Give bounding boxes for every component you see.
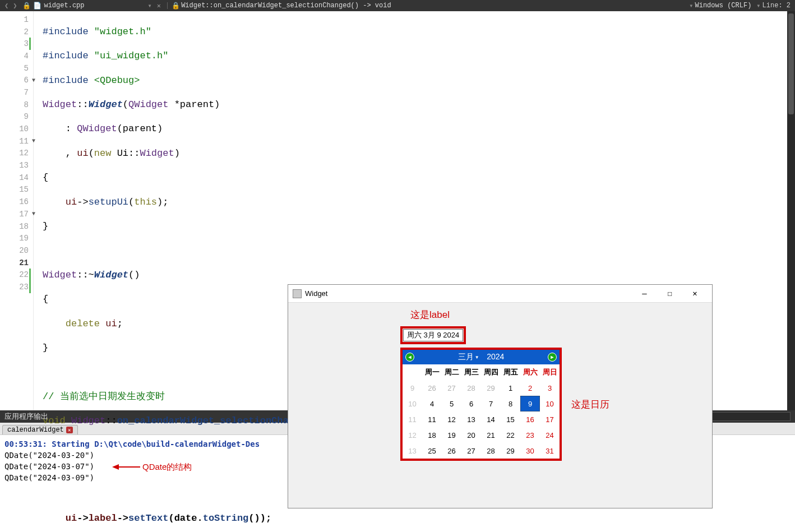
calendar-day[interactable]: 3 [540,380,560,396]
function-selector[interactable]: Widget::on_calendarWidget_selectionChang… [181,2,391,10]
calendar-day[interactable]: 11 [422,411,442,427]
calendar-grid: 周一 周二 周三 周四 周五 周六 周日 9262728291231045678… [403,364,560,459]
calendar-day[interactable]: 17 [540,411,560,427]
encoding-selector[interactable]: Windows (CRLF) [695,2,752,10]
next-month-button[interactable]: ► [545,353,560,362]
close-button[interactable]: ✕ [682,285,708,302]
date-label: 周六 3月 9 2024 [403,329,463,341]
calendar-day[interactable]: 4 [422,396,442,411]
lock-icon: 🔒 [22,2,31,10]
calendar-day[interactable]: 28 [481,443,501,459]
calendar-day[interactable]: 27 [461,443,481,459]
window-body: 这是label 周六 3月 9 2024 ◄ 三月▼ 2024 ► 周一 周二 … [288,303,712,508]
chevron-down-icon: ▼ [475,355,479,360]
chevron-down-icon[interactable]: ▾ [146,2,153,10]
scrollbar[interactable] [787,11,795,410]
calendar-day[interactable]: 5 [442,396,461,411]
calendar-day[interactable]: 15 [501,411,520,427]
calendar-day[interactable]: 16 [520,411,540,427]
calendar-day[interactable]: 28 [461,380,481,396]
week-number-header [403,364,422,380]
calendar-day[interactable]: 10 [540,396,560,411]
line-indicator[interactable]: Line: 2 [762,2,791,10]
label-highlight: 周六 3月 9 2024 [400,326,466,344]
week-number: 12 [403,427,422,443]
calendar-day[interactable]: 19 [442,427,461,443]
week-number: 13 [403,443,422,459]
calendar-day[interactable]: 26 [442,443,461,459]
calendar-year[interactable]: 2024 [487,352,504,361]
calendar-day[interactable]: 12 [442,411,461,427]
week-number: 10 [403,396,422,411]
fold-icon[interactable]: ▼ [32,211,35,217]
calendar-day[interactable]: 2 [520,380,540,396]
calendar-month[interactable]: 三月 [458,352,474,361]
close-icon[interactable]: ✕ [154,2,164,10]
annotation-text: QDate的结构 [142,461,192,473]
day-header: 周日 [540,364,560,380]
calendar-day[interactable]: 22 [501,427,520,443]
cpp-file-icon: 📄 [32,2,43,10]
calendar-day[interactable]: 9 [520,396,540,411]
day-header: 周一 [422,364,442,380]
calendar-header: ◄ 三月▼ 2024 ► [403,350,560,364]
calendar-day[interactable]: 25 [422,443,442,459]
file-tab[interactable]: widget.cpp [44,2,84,10]
week-number: 9 [403,380,422,396]
calendar-day[interactable]: 30 [520,443,540,459]
calendar-day[interactable]: 1 [501,380,520,396]
calendar-day[interactable]: 6 [461,396,481,411]
calendar-day[interactable]: 29 [481,380,501,396]
calendar-day[interactable]: 23 [520,427,540,443]
calendar-day[interactable]: 13 [461,411,481,427]
close-icon[interactable]: ✕ [66,427,73,433]
day-header: 周六 [520,364,540,380]
fold-icon[interactable]: ▼ [32,77,35,84]
back-icon[interactable]: ❮ [2,2,11,10]
output-tab[interactable]: calendarWidget ✕ [2,425,78,434]
calendar-day[interactable]: 24 [540,427,560,443]
annotation-calendar: 这是日历 [571,398,609,411]
calendar-day[interactable]: 8 [501,396,520,411]
week-number: 11 [403,411,422,427]
minimize-button[interactable]: — [632,285,657,302]
day-header: 周二 [442,364,461,380]
window-titlebar[interactable]: Widget — ☐ ✕ [288,285,712,303]
editor-tabbar: ❮ ❯ 🔒 📄 widget.cpp ▾ ✕ | 🔒 Widget::on_ca… [0,0,795,11]
fold-icon[interactable]: ▼ [32,138,35,144]
app-icon [293,289,302,298]
calendar-day[interactable]: 20 [461,427,481,443]
function-icon: 🔒 [170,2,181,10]
calendar-day[interactable]: 18 [422,427,442,443]
prev-month-button[interactable]: ◄ [403,353,417,362]
line-gutter: 1 2 3 4 5 6▼ 7 8 9 10 11▼ 12 13 14 15 16… [0,11,34,410]
annotation-arrow: QDate的结构 [112,461,192,473]
calendar-day[interactable]: 14 [481,411,501,427]
calendar-day[interactable]: 21 [481,427,501,443]
chevron-down-icon[interactable]: ▾ [687,2,695,10]
window-title: Widget [305,289,632,298]
calendar-day[interactable]: 26 [422,380,442,396]
calendar-day[interactable]: 7 [481,396,501,411]
day-header: 周三 [461,364,481,380]
svg-marker-1 [112,464,119,470]
chevron-down-icon[interactable]: ▾ [755,2,762,10]
maximize-button[interactable]: ☐ [657,285,682,302]
annotation-label: 这是label [410,308,450,321]
forward-icon[interactable]: ❯ [11,2,19,10]
output-pane-title: 应用程序输出 [4,411,48,422]
calendar-day[interactable]: 27 [442,380,461,396]
calendar-day[interactable]: 29 [501,443,520,459]
day-header: 周五 [501,364,520,380]
calendar-day[interactable]: 31 [540,443,560,459]
widget-window[interactable]: Widget — ☐ ✕ 这是label 周六 3月 9 2024 ◄ 三月▼ … [288,284,713,508]
day-header: 周四 [481,364,501,380]
calendar-widget[interactable]: ◄ 三月▼ 2024 ► 周一 周二 周三 周四 周五 周六 周日 [400,348,562,461]
output-tab-label: calendarWidget [7,426,64,434]
